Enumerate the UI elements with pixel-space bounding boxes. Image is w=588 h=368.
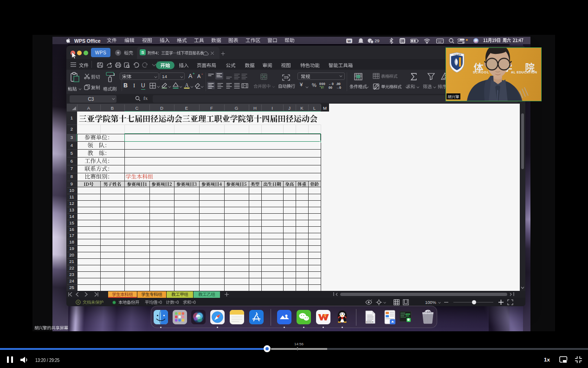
svg-text:SCHOOL: SCHOOL bbox=[473, 71, 489, 74]
svg-text:AL EDUCATION: AL EDUCATION bbox=[511, 71, 537, 74]
